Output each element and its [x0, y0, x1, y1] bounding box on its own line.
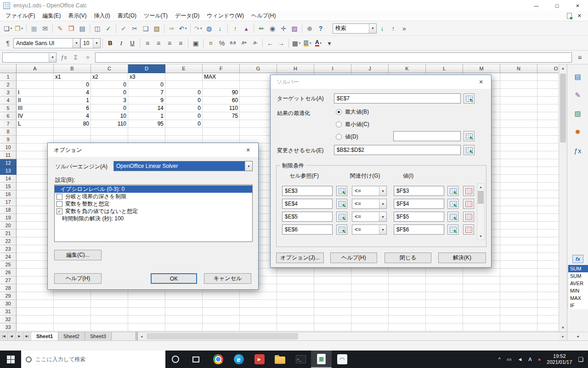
cell-m29[interactable] [463, 292, 500, 300]
cell-b29[interactable] [54, 292, 91, 300]
cell-m33[interactable] [463, 323, 500, 331]
cell-o24[interactable] [537, 253, 559, 261]
cell-o7[interactable] [537, 120, 559, 128]
chevron-down-icon[interactable]: ▾ [379, 186, 386, 196]
formula-input[interactable] [95, 52, 572, 63]
menu-item-2[interactable]: 表示(V) [64, 11, 90, 21]
cell-f32[interactable] [203, 316, 240, 323]
scroll-down-icon[interactable]: ▼ [559, 324, 567, 332]
cortana-button[interactable] [165, 351, 186, 368]
row-header-23[interactable]: 23 [0, 245, 17, 253]
bold-icon[interactable]: B [105, 38, 116, 49]
vertical-scrollbar-thumb[interactable] [560, 74, 566, 143]
gallery-icon[interactable]: ▨ [571, 108, 584, 120]
cell-i33[interactable] [314, 323, 351, 331]
row-header-29[interactable]: 29 [0, 292, 17, 300]
ok-button[interactable]: OK [151, 273, 197, 284]
solver-solve-button[interactable]: 解決(K) [438, 253, 486, 263]
cell-d32[interactable] [128, 316, 165, 323]
italic-icon[interactable]: I [116, 38, 127, 49]
open-document-dropdown-icon[interactable]: ▾ [22, 27, 23, 30]
cell-m26[interactable] [463, 269, 500, 276]
cell-h31[interactable] [277, 308, 314, 316]
file-explorer-button[interactable] [270, 351, 290, 368]
chevron-down-icon[interactable]: ▾ [379, 212, 386, 221]
cell-n1[interactable] [500, 73, 537, 81]
tray-volume-icon[interactable]: ◄ [517, 356, 522, 362]
cell-j33[interactable] [351, 323, 389, 331]
cell-b32[interactable] [54, 316, 91, 323]
constraint-3-remove-button[interactable] [463, 212, 474, 222]
solver-setting-1[interactable]: 分岐と境界の深さを制限 [55, 193, 252, 200]
column-header-f[interactable]: F [203, 64, 240, 73]
cell-n26[interactable] [500, 269, 537, 276]
cell-l28[interactable] [426, 284, 463, 292]
cell-j26[interactable] [351, 269, 389, 276]
cell-g31[interactable] [240, 308, 277, 316]
background-color-icon[interactable]: ▧▾ [302, 38, 313, 49]
tray-alert-icon[interactable]: ● [538, 356, 541, 362]
redo-icon[interactable]: ↷▾ [192, 23, 204, 34]
cell-f31[interactable] [203, 308, 240, 316]
cell-f5[interactable]: 110 [203, 104, 240, 112]
row-header-12[interactable]: 12 [0, 159, 17, 167]
cell-o30[interactable] [537, 300, 559, 308]
edit-file-icon[interactable]: ✎ [55, 23, 66, 34]
constraint-1-value-input[interactable]: $F$3 [394, 186, 444, 196]
sort-ascending-icon[interactable]: ↓ [215, 23, 226, 34]
cell-h28[interactable] [277, 284, 314, 292]
cell-a32[interactable] [17, 316, 54, 323]
styles-formatting-icon[interactable]: ✎ [571, 89, 584, 101]
close-document-icon[interactable]: ✕ [577, 13, 582, 19]
cell-d30[interactable] [128, 300, 165, 308]
row-header-22[interactable]: 22 [0, 237, 17, 245]
sheet-tab-sheet3[interactable]: Sheet3 [85, 332, 112, 340]
cell-e7[interactable]: 0 [165, 120, 203, 128]
merge-cells-icon[interactable]: ▣ [190, 38, 201, 49]
constraints-scrollbar-thumb[interactable] [478, 191, 484, 204]
cell-b33[interactable] [54, 323, 91, 331]
task-view-button[interactable] [186, 351, 206, 368]
cell-b1[interactable]: x1 [54, 73, 91, 81]
cell-e29[interactable] [165, 292, 203, 300]
solver-options-button[interactable]: オプション(J)... [276, 253, 324, 263]
cell-e30[interactable] [165, 300, 203, 308]
open-document-icon[interactable]: ❐▾ [13, 23, 24, 34]
font-color-icon[interactable]: A▾ [313, 38, 324, 49]
cell-e8[interactable] [165, 128, 203, 136]
cell-b2[interactable]: 0 [54, 81, 91, 89]
cell-o9[interactable] [537, 136, 559, 144]
optimize-option-2[interactable]: 値(D) [336, 133, 358, 140]
constraint-2-cell-input[interactable]: $E$4 [282, 199, 333, 209]
sidebar-menu-icon[interactable]: ≡ [574, 52, 586, 63]
cell-l26[interactable] [426, 269, 463, 276]
find-previous-icon[interactable]: ↑ [388, 23, 399, 34]
openoffice-button[interactable]: ◠ [332, 351, 352, 368]
cell-n25[interactable] [500, 261, 537, 269]
console-button[interactable]: >_ [290, 351, 311, 368]
cell-f6[interactable]: 75 [203, 112, 240, 120]
cell-f4[interactable]: 60 [203, 97, 240, 104]
cell-o12[interactable] [537, 159, 559, 167]
cell-c30[interactable] [91, 300, 128, 308]
changing-cells-input[interactable]: $B$2:$D$2 [334, 145, 461, 155]
cell-k26[interactable] [389, 269, 426, 276]
cell-k28[interactable] [389, 284, 426, 292]
cell-n19[interactable] [500, 214, 537, 222]
draw-functions-icon[interactable]: ✏ [256, 23, 267, 34]
cell-n4[interactable] [500, 97, 537, 104]
column-header-i[interactable]: I [314, 64, 351, 73]
cell-o13[interactable] [537, 167, 559, 175]
optimize-option-1[interactable]: 最小値(C) [336, 121, 369, 128]
align-right-icon[interactable]: ≡ [164, 38, 175, 49]
cell-i30[interactable] [314, 300, 351, 308]
constraint-3-cell-input[interactable]: $E$5 [282, 212, 333, 222]
cell-d4[interactable]: 9 [128, 97, 165, 104]
font-size-select[interactable]: 10 ▾ [80, 38, 101, 48]
cell-o8[interactable] [537, 128, 559, 136]
cell-d8[interactable] [128, 128, 165, 136]
maximize-button[interactable]: ▢ [547, 0, 567, 11]
name-box-dropdown-icon[interactable]: ▾ [49, 53, 56, 62]
cell-d2[interactable]: 0 [128, 81, 165, 89]
cell-o22[interactable] [537, 237, 559, 245]
